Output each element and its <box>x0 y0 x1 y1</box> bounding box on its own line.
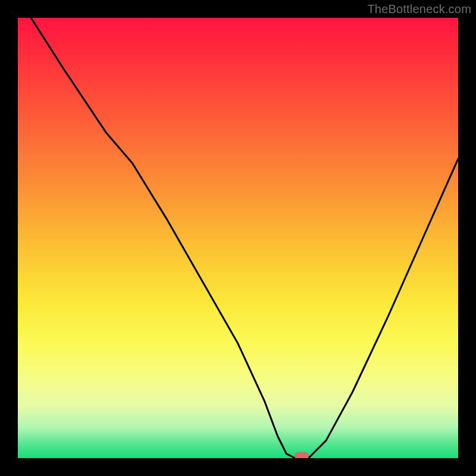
optimum-marker <box>295 452 309 458</box>
chart-frame: TheBottleneck.com <box>0 0 476 476</box>
curve-layer <box>18 18 458 458</box>
watermark-text: TheBottleneck.com <box>367 2 471 16</box>
plot-area <box>18 18 458 458</box>
bottleneck-curve <box>31 18 458 458</box>
